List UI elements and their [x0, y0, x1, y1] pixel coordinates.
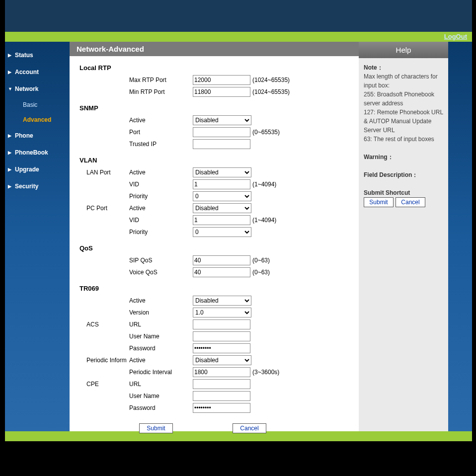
label-snmp-active: Active: [129, 117, 193, 124]
label-pc-port: PC Port: [79, 205, 129, 212]
hint-pc-vid: (1~4094): [252, 217, 276, 224]
nav-network[interactable]: Network: [5, 80, 70, 97]
input-periodic-interval[interactable]: [193, 367, 250, 377]
input-cpe-pass[interactable]: [193, 403, 250, 413]
label-pc-priority: Priority: [129, 229, 193, 236]
label-cpe-url: URL: [129, 381, 193, 388]
input-min-rtp-port[interactable]: [193, 87, 250, 97]
submit-button[interactable]: Submit: [139, 423, 173, 433]
input-snmp-trusted-ip[interactable]: [193, 139, 250, 149]
help-note-1: Max length of characters for input box:: [364, 72, 443, 90]
select-tr069-active[interactable]: Disabled: [193, 296, 251, 306]
label-periodic-inform: Periodic Inform: [79, 357, 129, 364]
label-max-rtp-port: Max RTP Port: [129, 77, 193, 83]
label-pc-vid: VID: [129, 217, 193, 224]
help-field-desc-head: Field Description：: [364, 170, 443, 179]
select-pc-active[interactable]: Disabled: [193, 203, 251, 213]
nav-upgrade[interactable]: Upgrade: [5, 161, 70, 178]
nav-account[interactable]: Account: [5, 64, 70, 80]
label-lan-active: Active: [129, 169, 193, 176]
input-acs-pass[interactable]: [193, 343, 250, 353]
input-sip-qos[interactable]: [193, 255, 250, 265]
label-cpe-pass: Password: [129, 404, 193, 411]
label-acs-user: User Name: [129, 333, 193, 340]
help-submit-button[interactable]: Submit: [364, 197, 394, 207]
label-snmp-trusted-ip: Trusted IP: [129, 141, 193, 148]
page-title: Network-Advanced: [70, 42, 359, 56]
hint-sip-qos: (0~63): [252, 257, 270, 264]
input-cpe-url[interactable]: [193, 379, 250, 389]
nav-network-basic[interactable]: Basic: [5, 97, 70, 112]
select-periodic-active[interactable]: Disabled: [193, 355, 251, 365]
select-tr069-version[interactable]: 1.0: [193, 308, 251, 317]
input-voice-qos[interactable]: [193, 267, 250, 277]
label-lan-port: LAN Port: [79, 169, 129, 176]
help-note-4: 63: The rest of input boxes: [364, 135, 443, 144]
hint-max-rtp: (1024~65535): [252, 77, 290, 83]
label-lan-priority: Priority: [129, 193, 193, 200]
label-min-rtp-port: Min RTP Port: [129, 88, 193, 95]
label-tr069-active: Active: [129, 297, 193, 304]
help-panel: Help Note： Max length of characters for …: [359, 42, 448, 431]
right-edge: [448, 42, 472, 431]
help-title: Help: [359, 42, 448, 58]
input-acs-url[interactable]: [193, 319, 250, 329]
content-area: Network-Advanced Local RTP Max RTP Port …: [70, 42, 448, 431]
help-note-2: 255: Broadsoft Phonebook server address: [364, 90, 443, 108]
help-cancel-button[interactable]: Cancel: [396, 197, 425, 207]
label-periodic-interval: Periodic Interval: [129, 369, 193, 376]
input-cpe-user[interactable]: [193, 391, 250, 401]
input-pc-vid[interactable]: [193, 215, 250, 225]
section-tr069: TR069: [79, 282, 349, 295]
nav-phone[interactable]: Phone: [5, 127, 70, 144]
hint-lan-vid: (1~4094): [252, 181, 276, 188]
label-acs-pass: Password: [129, 345, 193, 352]
help-note-3: 127: Remote Phonebook URL & AUTOP Manual…: [364, 108, 443, 135]
label-snmp-port: Port: [129, 129, 193, 136]
input-lan-vid[interactable]: [193, 179, 250, 189]
nav-status[interactable]: Status: [5, 47, 70, 64]
label-acs: ACS: [79, 321, 129, 328]
label-pc-active: Active: [129, 205, 193, 212]
select-snmp-active[interactable]: Disabled: [193, 115, 251, 125]
label-voice-qos: Voice QoS: [129, 269, 193, 276]
sidebar: Status Account Network Basic Advanced Ph…: [5, 42, 70, 431]
select-lan-active[interactable]: Disabled: [193, 167, 251, 177]
label-lan-vid: VID: [129, 181, 193, 188]
help-note-head: Note：: [364, 63, 443, 72]
nav-security[interactable]: Security: [5, 178, 70, 195]
input-snmp-port[interactable]: [193, 127, 250, 137]
input-acs-user[interactable]: [193, 331, 250, 341]
logout-link[interactable]: LogOut: [444, 33, 467, 40]
label-periodic-active: Active: [129, 357, 193, 364]
nav-network-advanced[interactable]: Advanced: [5, 112, 70, 127]
hint-voice-qos: (0~63): [252, 269, 270, 276]
hint-snmp-port: (0~65535): [252, 129, 280, 136]
label-acs-url: URL: [129, 321, 193, 328]
label-tr069-version: Version: [129, 309, 193, 316]
section-qos: QoS: [79, 241, 349, 255]
top-bar: LogOut: [5, 32, 472, 42]
section-snmp: SNMP: [79, 101, 349, 115]
hint-periodic-interval: (3~3600s): [252, 369, 279, 376]
section-vlan: VLAN: [79, 154, 349, 167]
main-form: Network-Advanced Local RTP Max RTP Port …: [70, 42, 359, 431]
label-cpe: CPE: [79, 381, 129, 388]
help-shortcut-head: Submit Shortcut: [364, 188, 443, 197]
section-local-rtp: Local RTP: [79, 61, 349, 75]
nav-phonebook[interactable]: PhoneBook: [5, 144, 70, 161]
cancel-button[interactable]: Cancel: [233, 423, 266, 433]
help-warning-head: Warning：: [364, 153, 443, 161]
header-banner: [5, 0, 472, 32]
hint-min-rtp: (1024~65535): [252, 88, 290, 95]
select-lan-priority[interactable]: 0: [193, 191, 251, 201]
input-max-rtp-port[interactable]: [193, 75, 250, 85]
label-cpe-user: User Name: [129, 393, 193, 399]
select-pc-priority[interactable]: 0: [193, 227, 251, 237]
label-sip-qos: SIP QoS: [129, 257, 193, 264]
